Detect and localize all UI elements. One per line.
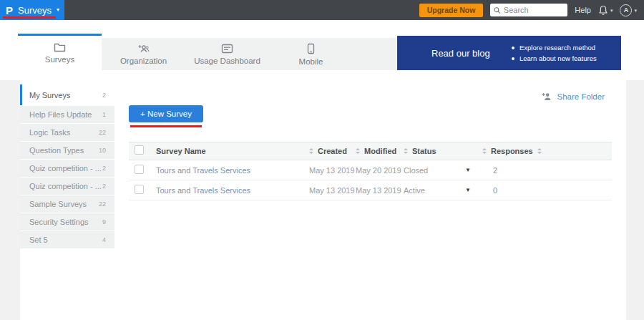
folder-count: 2 — [102, 183, 106, 190]
column-label: Status — [412, 147, 436, 155]
sidebar-item-quiz-competition-1[interactable]: Quiz competition - ... 2 — [20, 160, 114, 177]
sidebar-item-question-types[interactable]: Question Types 10 — [20, 142, 114, 159]
sidebar-item-quiz-competition-2[interactable]: Quiz competition - ... 2 — [20, 178, 114, 195]
status-dropdown[interactable]: Closed ▼ — [404, 166, 482, 175]
status-value: Closed — [404, 166, 428, 175]
folder-label: Quiz competition - ... — [29, 164, 102, 173]
tab-organization[interactable]: Organization — [102, 38, 185, 70]
tab-label: Surveys — [45, 55, 75, 64]
left-gutter — [0, 80, 20, 320]
select-all-checkbox[interactable] — [135, 145, 144, 155]
annotation-underline-new-survey — [130, 125, 202, 127]
created-date: May 13 2019 — [309, 186, 356, 195]
annotation-underline-logo — [3, 16, 56, 19]
folder-label: Logic Tasks — [29, 128, 70, 137]
tab-surveys[interactable]: Surveys — [18, 34, 102, 70]
topbar-actions: Upgrade Now Help ▾ A ▾ — [419, 4, 644, 17]
folder-count: 22 — [99, 129, 106, 136]
folder-count: 10 — [99, 147, 106, 154]
folder-count: 4 — [102, 236, 106, 243]
chevron-down-icon: ▾ — [57, 7, 59, 13]
sidebar-item-security-settings[interactable]: Security Settings 9 — [20, 213, 114, 231]
topbar: P Surveys ▾ Upgrade Now Help ▾ — [0, 0, 644, 20]
dashboard-icon — [221, 44, 233, 54]
column-header-responses[interactable]: Responses — [482, 147, 538, 155]
responses-count: 2 — [482, 166, 538, 175]
folder-icon — [54, 42, 66, 52]
created-date: May 13 2019 — [309, 166, 356, 175]
sort-icon — [309, 148, 313, 154]
right-gutter — [626, 80, 644, 320]
share-folder-label: Share Folder — [557, 92, 605, 101]
share-folder-link[interactable]: Share Folder — [542, 92, 605, 101]
status-dropdown[interactable]: Active ▼ — [404, 186, 482, 195]
share-folder-icon — [542, 92, 552, 101]
column-header-status[interactable]: Status — [404, 147, 482, 155]
chevron-down-icon: ▾ — [610, 8, 613, 13]
search-box[interactable] — [490, 4, 567, 16]
sort-icon — [356, 148, 360, 154]
tab-usage-dashboard[interactable]: Usage Dashboard — [185, 38, 269, 70]
help-link[interactable]: Help — [575, 6, 591, 14]
column-label: Created — [318, 147, 347, 155]
surveys-table: Survey Name Created Modified Status — [129, 142, 612, 200]
surveys-main-panel: + New Survey Share Folder Survey Nam — [114, 80, 626, 320]
folder-label: Security Settings — [29, 218, 89, 226]
sidebar-item-my-surveys[interactable]: My Surveys 2 — [20, 84, 114, 105]
table-header-row: Survey Name Created Modified Status — [129, 142, 612, 160]
proprofs-logo: P — [6, 5, 13, 16]
folder-label: Question Types — [29, 146, 84, 155]
tab-label: Mobile — [299, 57, 323, 66]
sidebar-item-set-5[interactable]: Set 5 4 — [20, 231, 114, 248]
chevron-down-icon: ▼ — [465, 188, 471, 193]
folders-sidebar: My Surveys 2 Help Files Update 1 Logic T… — [20, 80, 114, 320]
account-menu[interactable]: A ▾ — [620, 4, 637, 16]
mobile-icon — [307, 43, 315, 54]
notifications-menu[interactable]: ▾ — [598, 5, 613, 16]
column-label: Responses — [491, 147, 533, 155]
blog-bullet: Learn about new features — [512, 53, 597, 64]
sidebar-item-logic-tasks[interactable]: Logic Tasks 22 — [20, 124, 114, 141]
blog-bullet: Explore research method — [512, 42, 597, 53]
tabstrip-filler — [353, 38, 398, 70]
column-label: Modified — [364, 147, 396, 155]
folder-label: Quiz competition - ... — [29, 182, 102, 190]
chevron-down-icon: ▾ — [634, 8, 637, 13]
row-checkbox[interactable] — [135, 165, 144, 174]
sidebar-item-help-files-update[interactable]: Help Files Update 1 — [20, 106, 114, 123]
blog-banner-title: Read our blog — [397, 48, 512, 59]
folder-count: 9 — [102, 218, 106, 226]
column-header-created[interactable]: Created — [309, 147, 356, 155]
tab-mobile[interactable]: Mobile — [269, 38, 353, 70]
add-people-icon — [137, 44, 150, 54]
folder-label: My Surveys — [29, 91, 70, 100]
read-our-blog-banner[interactable]: Read our blog Explore research method Le… — [397, 36, 621, 70]
sort-icon — [537, 148, 542, 154]
column-header-modified[interactable]: Modified — [356, 147, 404, 155]
survey-name-link[interactable]: Tours and Travels Services — [156, 186, 250, 195]
modified-date: May 13 2019 — [356, 186, 404, 195]
upgrade-now-button[interactable]: Upgrade Now — [419, 4, 484, 17]
folder-label: Sample Surveys — [29, 200, 87, 208]
table-row: Tours and Travels Services May 13 2019 M… — [129, 180, 612, 200]
product-name: Surveys — [18, 5, 52, 16]
column-label: Survey Name — [156, 147, 206, 155]
tab-label: Usage Dashboard — [194, 57, 260, 65]
status-value: Active — [404, 186, 425, 195]
survey-name-link[interactable]: Tours and Travels Services — [156, 166, 250, 175]
responses-count: 0 — [482, 186, 538, 195]
blog-banner-bullets: Explore research method Learn about new … — [512, 42, 597, 64]
sidebar-item-sample-surveys[interactable]: Sample Surveys 22 — [20, 195, 114, 213]
column-header-survey-name[interactable]: Survey Name — [156, 147, 309, 155]
folder-label: Help Files Update — [29, 110, 92, 119]
folder-label: Set 5 — [29, 236, 48, 244]
sort-icon — [482, 148, 487, 154]
row-checkbox[interactable] — [135, 185, 144, 194]
surveys-app-window: P Surveys ▾ Upgrade Now Help ▾ — [0, 0, 644, 320]
product-switcher[interactable]: P Surveys ▾ — [0, 0, 64, 20]
avatar: A — [620, 4, 632, 16]
modified-date: May 20 2019 — [356, 166, 404, 175]
new-survey-button[interactable]: + New Survey — [129, 105, 203, 122]
search-input[interactable] — [504, 6, 565, 14]
bell-icon — [598, 5, 608, 16]
